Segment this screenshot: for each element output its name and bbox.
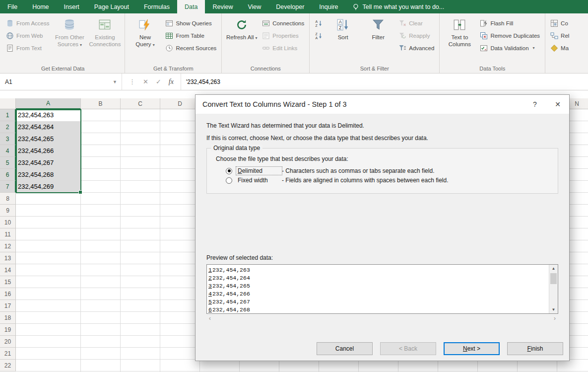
from-web-button[interactable]: From Web: [4, 30, 51, 41]
finish-button[interactable]: Finish: [507, 342, 563, 355]
formula-input[interactable]: '232,454,263: [181, 74, 220, 90]
row-header[interactable]: 9: [0, 205, 16, 217]
ribbon-tab[interactable]: Review: [205, 0, 240, 13]
sort-ascending-button[interactable]: AZ: [313, 18, 324, 28]
remove-duplicates-button[interactable]: Remove Duplicates: [478, 30, 541, 41]
cell[interactable]: 232,454,264: [16, 121, 81, 133]
row-header[interactable]: 6: [0, 169, 16, 181]
data-validation-button[interactable]: Data Validation ▾: [478, 43, 541, 53]
row-header[interactable]: 5: [0, 157, 16, 169]
cell[interactable]: 232,454,269: [16, 181, 81, 193]
relationships-button[interactable]: Rel: [549, 30, 571, 41]
from-table-button[interactable]: From Table: [164, 30, 218, 41]
row-header[interactable]: 1: [0, 109, 16, 121]
row-header[interactable]: 11: [0, 228, 16, 240]
sort-button[interactable]: AZ Sort: [327, 15, 359, 41]
row-header[interactable]: 21: [0, 348, 16, 360]
confirm-entry-icon[interactable]: ✓: [156, 78, 161, 85]
radio-unselected-icon[interactable]: [226, 177, 232, 184]
properties-button[interactable]: Properties: [261, 30, 306, 41]
tell-me-box[interactable]: Tell me what you want to do...: [352, 0, 445, 13]
cell[interactable]: 232,454,267: [16, 157, 81, 169]
row-header[interactable]: 8: [0, 193, 16, 205]
ribbon-tab[interactable]: Data: [177, 0, 205, 13]
cell[interactable]: 232,454,265: [16, 133, 81, 145]
ribbon-tab[interactable]: View: [240, 0, 268, 13]
recent-sources-button[interactable]: Recent Sources: [164, 43, 218, 53]
row-header[interactable]: 14: [0, 264, 16, 276]
ribbon-tab[interactable]: Insert: [57, 0, 87, 13]
connections-button[interactable]: Connections: [261, 18, 306, 28]
preview-content[interactable]: 1232,454,2632232,454,2643232,454,2654232…: [207, 265, 549, 313]
radio-fixed-width[interactable]: Fixed width - Fields are aligned in colu…: [226, 176, 552, 184]
column-header[interactable]: C: [121, 98, 160, 109]
flash-fill-button[interactable]: Flash Fill: [478, 18, 541, 28]
existing-connections-button[interactable]: Existing Connections: [88, 15, 121, 48]
row-header[interactable]: 7: [0, 181, 16, 193]
ribbon-tab[interactable]: File: [0, 0, 25, 13]
dialog-help-button[interactable]: ?: [523, 95, 546, 114]
scroll-right-icon[interactable]: ›: [554, 315, 556, 322]
radio-selected-icon[interactable]: [226, 168, 232, 174]
data-preview-box: 1232,454,2632232,454,2643232,454,2654232…: [206, 264, 558, 314]
cancel-button[interactable]: Cancel: [317, 342, 373, 355]
ribbon-tab[interactable]: Inquire: [312, 0, 345, 13]
row-header[interactable]: 4: [0, 145, 16, 157]
row-header[interactable]: 16: [0, 288, 16, 300]
row-header[interactable]: 10: [0, 217, 16, 228]
from-text-button[interactable]: From Text: [4, 43, 51, 53]
row-header[interactable]: 12: [0, 240, 16, 252]
column-header[interactable]: B: [81, 98, 121, 109]
column-header[interactable]: D: [160, 98, 200, 109]
ribbon-tab[interactable]: Developer: [268, 0, 312, 13]
row-header[interactable]: 13: [0, 252, 16, 264]
cell[interactable]: 232,454,263: [16, 109, 81, 121]
text-to-columns-button[interactable]: Text to Columns: [443, 15, 476, 48]
ribbon-tab[interactable]: Home: [25, 0, 56, 13]
manage-data-model-button[interactable]: Ma: [549, 43, 571, 53]
next-button[interactable]: Next >: [444, 342, 500, 355]
cell[interactable]: 232,454,268: [16, 169, 81, 181]
name-box-caret-icon[interactable]: ▼: [108, 79, 122, 84]
row-header[interactable]: 17: [0, 300, 16, 312]
show-queries-button[interactable]: Show Queries: [164, 18, 218, 28]
scroll-left-icon[interactable]: ‹: [209, 315, 211, 322]
consolidate-button[interactable]: Co: [549, 18, 571, 28]
existing-connections-label: Existing Connections: [89, 34, 121, 48]
scrollbar-thumb[interactable]: [550, 273, 557, 284]
cell[interactable]: 232,454,266: [16, 145, 81, 157]
refresh-all-button[interactable]: Refresh All▾: [225, 15, 258, 41]
radio-delimited[interactable]: Delimited - Characters such as commas or…: [226, 167, 552, 175]
preview-horizontal-scrollbar[interactable]: ‹ ›: [206, 314, 558, 322]
scroll-up-icon[interactable]: ▲: [552, 266, 556, 271]
advanced-filter-button[interactable]: Advanced: [397, 43, 436, 53]
sort-descending-button[interactable]: ZA: [313, 30, 324, 41]
from-other-sources-button[interactable]: From Other Sources▾: [53, 15, 86, 48]
column-header[interactable]: A: [16, 98, 81, 109]
row-header[interactable]: 3: [0, 133, 16, 145]
reapply-filter-button[interactable]: Reapply: [397, 30, 436, 41]
select-all-corner[interactable]: [0, 98, 16, 109]
from-access-button[interactable]: From Access: [4, 18, 51, 28]
row-header[interactable]: 22: [0, 360, 16, 372]
row-header[interactable]: 19: [0, 324, 16, 336]
preview-vertical-scrollbar[interactable]: ▲ ▼: [549, 265, 558, 313]
back-button[interactable]: < Back: [380, 342, 436, 355]
row-header[interactable]: 20: [0, 336, 16, 348]
ribbon-tab[interactable]: Formulas: [136, 0, 177, 13]
cancel-entry-icon[interactable]: ✕: [143, 78, 148, 85]
scroll-down-icon[interactable]: ▼: [552, 307, 556, 312]
filter-button[interactable]: Filter: [362, 15, 394, 41]
row-header[interactable]: 15: [0, 276, 16, 288]
edit-links-button[interactable]: Edit Links: [261, 43, 306, 53]
insert-function-icon[interactable]: fx: [169, 78, 174, 86]
ribbon-tab[interactable]: Page Layout: [87, 0, 136, 13]
globe-icon: [6, 32, 14, 40]
clear-filter-button[interactable]: Clear: [397, 18, 436, 28]
row-header[interactable]: 18: [0, 312, 16, 324]
dialog-close-button[interactable]: ✕: [546, 95, 569, 114]
new-query-button[interactable]: New Query▾: [129, 15, 161, 48]
row-header[interactable]: 2: [0, 121, 16, 133]
name-box[interactable]: A1 ▼: [0, 74, 122, 90]
dialog-title-bar[interactable]: Convert Text to Columns Wizard - Step 1 …: [196, 95, 569, 114]
